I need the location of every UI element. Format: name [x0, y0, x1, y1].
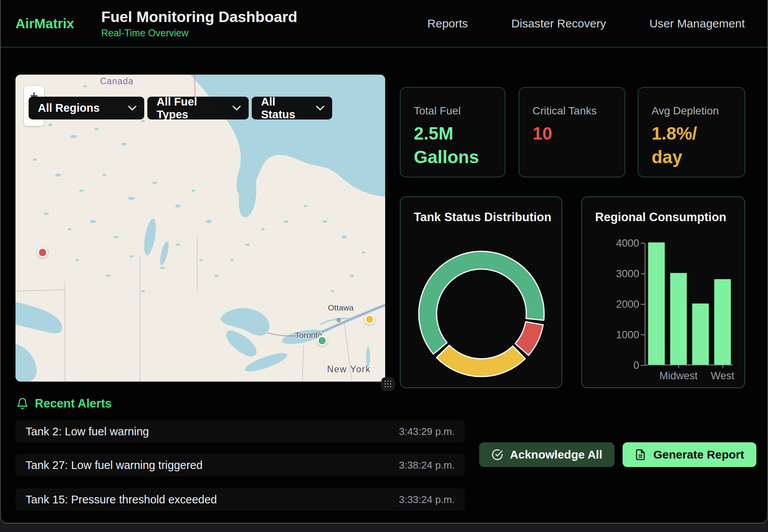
alert-message: Tank 27: Low fuel warning triggered — [26, 459, 203, 472]
bar-chart-title: Regional Consumption — [595, 210, 744, 224]
donut-segment-warning — [437, 345, 526, 377]
fuel-map[interactable]: CanadaOttawaTorontoNew York + − All Regi… — [15, 75, 385, 382]
chevron-down-icon — [316, 106, 324, 111]
check-circle-icon — [492, 449, 503, 460]
tank-status-card: Tank Status Distribution — [400, 196, 562, 388]
acknowledge-all-button[interactable]: Acknowledge All — [479, 442, 614, 467]
stat-card-critical-tanks: Critical Tanks 10 — [519, 87, 625, 177]
tank-marker-critical[interactable] — [37, 247, 48, 257]
town-dot-icon — [337, 318, 341, 322]
alert-row[interactable]: Tank 27: Low fuel warning triggered 3:38… — [15, 454, 465, 476]
status-filter-value: All Status — [261, 95, 306, 121]
y-axis-tick: 4000 — [597, 237, 639, 249]
brand-logo[interactable]: AirMatrix — [15, 16, 74, 31]
map-label-ottawa: Ottawa — [328, 303, 354, 312]
fuel-type-filter-dropdown[interactable]: All Fuel Types — [147, 97, 249, 119]
main-nav: Reports Disaster Recovery User Managemen… — [427, 17, 745, 30]
y-axis-tick: 2000 — [597, 298, 639, 310]
y-axis-tick: 1000 — [597, 329, 639, 341]
map-resize-handle[interactable] — [381, 377, 394, 390]
stat-card-total-fuel: Total Fuel 2.5M Gallons — [400, 87, 505, 177]
x-axis-tick-west: West — [711, 370, 734, 382]
bar-1 — [670, 273, 687, 365]
map-label-new-york: New York — [327, 364, 371, 375]
recent-alerts-title: Recent Alerts — [35, 397, 112, 411]
app-header: AirMatrix Fuel Monitoring Dashboard Real… — [1, 0, 767, 48]
y-axis-tick-mark — [641, 273, 645, 274]
alert-timestamp: 3:33:24 p.m. — [399, 494, 455, 506]
stat-value: 2.5M Gallons — [414, 122, 492, 169]
stat-label: Total Fuel — [414, 105, 492, 117]
dashboard-window: AirMatrix Fuel Monitoring Dashboard Real… — [0, 0, 768, 523]
y-axis-tick-mark — [641, 243, 645, 244]
bar-3 — [714, 279, 731, 365]
y-axis-tick: 0 — [597, 360, 639, 372]
chevron-down-icon — [232, 106, 241, 111]
bar-0 — [648, 242, 665, 365]
page-title: Fuel Monitoring Dashboard — [101, 9, 297, 26]
bottom-strip — [0, 523, 768, 532]
bar-2 — [692, 304, 709, 365]
x-axis-tick-mark — [722, 365, 723, 368]
fuel-type-filter-value: All Fuel Types — [157, 95, 222, 121]
chevron-down-icon — [128, 106, 137, 111]
tank-marker-normal[interactable] — [317, 335, 327, 346]
stat-label: Critical Tanks — [532, 105, 611, 117]
y-axis-tick-mark — [641, 334, 645, 335]
x-axis-tick-midwest: Midwest — [659, 370, 698, 382]
alert-message: Tank 15: Pressure threshold exceeded — [26, 493, 217, 506]
alert-timestamp: 3:43:29 p.m. — [399, 426, 455, 438]
page-titles: Fuel Monitoring Dashboard Real-Time Over… — [101, 9, 297, 39]
bell-icon — [16, 397, 29, 410]
regional-consumption-card: Regional Consumption 01000200030004000Mi… — [581, 196, 745, 388]
region-filter-value: All Regions — [38, 102, 100, 114]
stat-label: Avg Depletion — [652, 105, 731, 117]
recent-alerts-header: Recent Alerts — [16, 397, 112, 411]
map-label-canada: Canada — [100, 76, 134, 87]
stat-value: 10 — [532, 122, 611, 145]
alert-row[interactable]: Tank 2: Low fuel warning 3:43:29 p.m. — [15, 420, 465, 443]
alert-timestamp: 3:38:24 p.m. — [399, 459, 455, 471]
regional-consumption-bar-chart: 01000200030004000MidwestWest — [645, 243, 733, 365]
acknowledge-all-label: Acknowledge All — [510, 448, 602, 461]
nav-disaster-recovery[interactable]: Disaster Recovery — [511, 17, 606, 30]
y-axis-tick-mark — [641, 304, 645, 305]
status-filter-dropdown[interactable]: All Status — [252, 97, 332, 119]
y-axis-tick: 3000 — [597, 268, 639, 280]
grip-dots-icon — [384, 380, 392, 388]
alert-message: Tank 2: Low fuel warning — [26, 425, 149, 438]
region-filter-dropdown[interactable]: All Regions — [29, 97, 144, 119]
page-subtitle: Real-Time Overview — [101, 27, 297, 39]
generate-report-label: Generate Report — [653, 448, 744, 461]
generate-report-button[interactable]: Generate Report — [623, 442, 756, 467]
map-filters: All Regions All Fuel Types All Status — [29, 97, 332, 119]
alert-row[interactable]: Tank 15: Pressure threshold exceeded 3:3… — [15, 488, 465, 511]
file-text-icon — [635, 449, 646, 460]
donut-segment-critical — [515, 322, 543, 355]
x-axis-tick-mark — [678, 365, 679, 368]
stat-card-avg-depletion: Avg Depletion 1.8%/ day — [638, 87, 745, 177]
tank-marker-warning[interactable] — [364, 314, 375, 324]
tank-status-donut-chart — [401, 197, 562, 388]
nav-user-management[interactable]: User Management — [649, 17, 745, 30]
nav-reports[interactable]: Reports — [427, 17, 468, 30]
y-axis-tick-mark — [641, 365, 645, 366]
stat-value: 1.8%/ day — [652, 122, 731, 169]
